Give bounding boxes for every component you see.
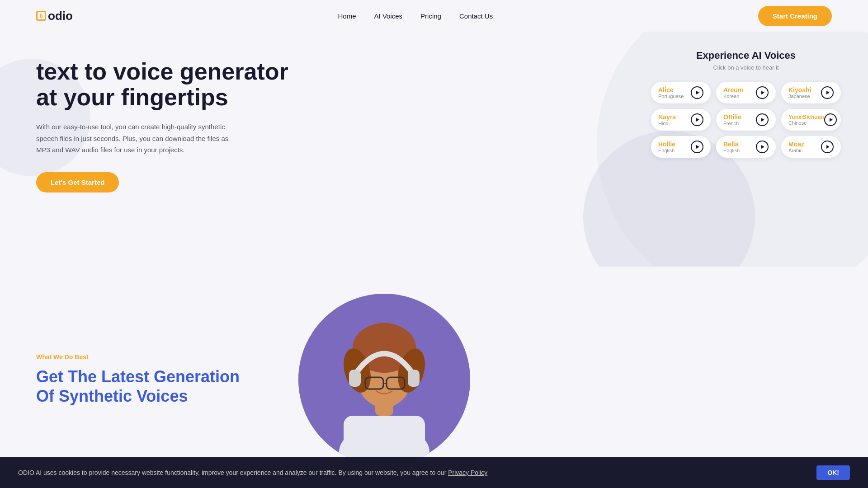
svg-marker-1 [761,91,764,94]
nav-ai-voices[interactable]: AI Voices [374,12,403,20]
cookie-banner: ODIO AI uses cookies to provide necessar… [0,457,868,488]
svg-rect-19 [349,370,361,387]
voices-title: Experience AI Voices [651,50,841,61]
voice-card-yunxi: YunxiSichuan Chinese [781,109,841,131]
nav-contact[interactable]: Contact Us [459,12,493,20]
svg-marker-3 [696,118,699,122]
person-circle [298,294,470,465]
nav-home[interactable]: Home [338,12,356,20]
hero-description: With our easy-to-use tool, you can creat… [36,121,235,156]
voice-lang-areum: Korean [723,94,743,99]
voice-lang-moaz: Arabic [788,148,804,153]
voice-name-areum: Areum [723,86,743,94]
voices-subtitle: Click on a voice to hear it [651,64,841,71]
svg-rect-20 [408,370,420,387]
cookie-ok-button[interactable]: OK! [816,465,850,480]
voice-card-nayra: Nayra Hindi [651,109,711,131]
play-moaz-button[interactable] [821,141,834,153]
logo[interactable]: b odio [36,9,73,23]
voice-card-areum: Areum Korean [716,82,776,103]
voices-panel: Experience AI Voices Click on a voice to… [651,50,841,158]
voice-name-ottilie: Ottilie [723,113,741,121]
voice-card-bella: Bella English [716,136,776,158]
voice-name-yunxi: YunxiSichuan [788,114,824,120]
what-we-do-best-section: What We Do Best Get The Latest Generatio… [0,267,868,488]
play-yunxi-button[interactable] [824,113,837,126]
voice-lang-nayra: Hindi [658,121,676,126]
voice-card-alice: Alice Portuguese [651,82,711,103]
nav-links: Home AI Voices Pricing Contact Us [338,12,493,20]
voice-name-alice: Alice [658,86,684,94]
person-illustration [298,294,470,465]
nav-pricing[interactable]: Pricing [420,12,441,20]
section2-title: Get The Latest Generation Of Synthetic V… [36,367,262,406]
voice-name-nayra: Nayra [658,113,676,121]
voice-lang-hollie: English [658,148,675,153]
voice-lang-alice: Portuguese [658,94,684,99]
svg-marker-7 [761,145,764,149]
play-nayra-button[interactable] [691,113,703,126]
voice-name-moaz: Moaz [788,141,804,148]
svg-marker-6 [696,145,699,149]
voices-grid: Alice Portuguese Areum Korean Kiyoshi [651,82,841,158]
voice-lang-ottilie: French [723,121,741,126]
section2-tag: What We Do Best [36,353,262,361]
svg-marker-5 [830,118,833,122]
svg-marker-0 [696,91,699,94]
svg-marker-8 [826,145,830,149]
hero-section: text to voice generator at your fingerti… [0,32,868,267]
voice-card-hollie: Hollie English [651,136,711,158]
voice-name-hollie: Hollie [658,141,675,148]
voice-card-kiyoshi: Kiyoshi Japanese [781,82,841,103]
play-hollie-button[interactable] [691,141,703,153]
hero-title: text to voice generator at your fingerti… [36,59,289,110]
get-started-button[interactable]: Let's Get Started [36,172,119,192]
voice-name-bella: Bella [723,141,740,148]
play-kiyoshi-button[interactable] [821,86,834,99]
play-areum-button[interactable] [756,86,769,99]
cookie-text: ODIO AI uses cookies to provide necessar… [18,469,487,476]
svg-marker-4 [761,118,764,122]
svg-marker-2 [826,91,830,94]
voice-lang-yunxi: Chinese [788,120,824,126]
navbar: b odio Home AI Voices Pricing Contact Us… [0,0,868,32]
section2-content: What We Do Best Get The Latest Generatio… [36,353,262,406]
privacy-policy-link[interactable]: Privacy Policy [448,469,487,476]
voice-lang-bella: English [723,148,740,153]
hero-content: text to voice generator at your fingerti… [36,59,289,192]
play-ottilie-button[interactable] [756,113,769,126]
logo-icon: b [36,11,46,21]
voice-lang-kiyoshi: Japanese [788,94,811,99]
section2-image [298,294,470,465]
start-creating-button[interactable]: Start Creating [758,6,832,26]
voice-name-kiyoshi: Kiyoshi [788,86,811,94]
voice-card-moaz: Moaz Arabic [781,136,841,158]
play-alice-button[interactable] [691,86,703,99]
voice-card-ottilie: Ottilie French [716,109,776,131]
play-bella-button[interactable] [756,141,769,153]
